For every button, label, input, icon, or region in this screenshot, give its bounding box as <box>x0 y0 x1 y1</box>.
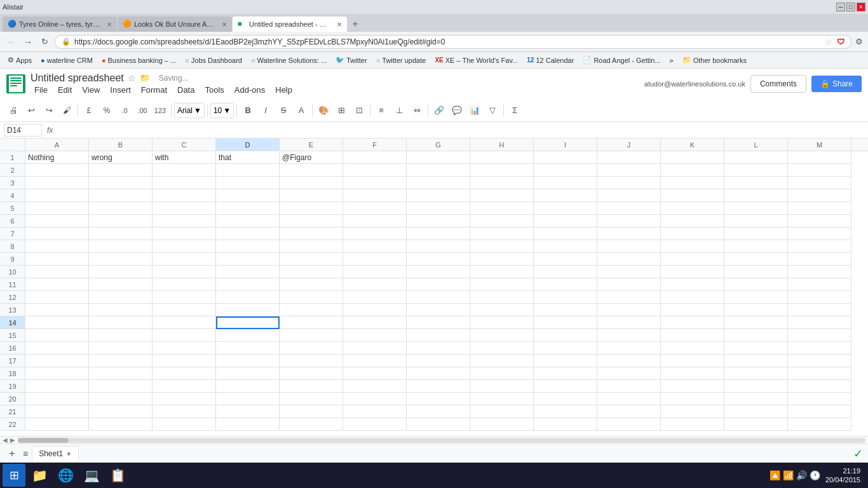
cell-A14[interactable] <box>25 316 89 329</box>
cell-M5[interactable] <box>788 202 851 215</box>
menu-addons[interactable]: Add-ons <box>231 84 269 96</box>
cell-E3[interactable] <box>280 177 343 189</box>
cell-F9[interactable] <box>343 253 407 266</box>
cell-A2[interactable] <box>25 164 89 177</box>
cell-A22[interactable] <box>25 418 89 431</box>
cell-J3[interactable] <box>597 177 661 189</box>
link-button[interactable]: 🔗 <box>431 102 447 119</box>
cell-H11[interactable] <box>470 278 534 291</box>
cell-D6[interactable] <box>216 215 280 227</box>
cell-G4[interactable] <box>407 189 470 202</box>
cell-G2[interactable] <box>407 164 470 177</box>
cell-M2[interactable] <box>788 164 851 177</box>
cell-J5[interactable] <box>597 202 661 215</box>
cell-G7[interactable] <box>407 227 470 240</box>
start-button[interactable]: ⊞ <box>3 464 25 487</box>
row-num-17[interactable]: 17 <box>0 355 25 367</box>
row-num-5[interactable]: 5 <box>0 202 25 215</box>
cell-C22[interactable] <box>153 418 216 431</box>
cell-I8[interactable] <box>534 240 597 253</box>
cell-L7[interactable] <box>724 227 788 240</box>
cell-D7[interactable] <box>216 227 280 240</box>
filter-button[interactable]: ▽ <box>484 102 501 119</box>
cell-G5[interactable] <box>407 202 470 215</box>
cell-H2[interactable] <box>470 164 534 177</box>
cell-I4[interactable] <box>534 189 597 202</box>
notification-icon[interactable]: 🔼 <box>770 470 780 480</box>
col-header-d[interactable]: D <box>216 139 280 151</box>
row-num-10[interactable]: 10 <box>0 266 25 278</box>
cell-E17[interactable] <box>280 355 343 367</box>
cell-M8[interactable] <box>788 240 851 253</box>
col-header-b[interactable]: B <box>89 139 153 151</box>
menu-help[interactable]: Help <box>271 84 296 96</box>
col-header-h[interactable]: H <box>470 139 534 151</box>
cell-L17[interactable] <box>724 355 788 367</box>
cell-F17[interactable] <box>343 355 407 367</box>
cell-H18[interactable] <box>470 367 534 380</box>
cell-F10[interactable] <box>343 266 407 278</box>
cell-M6[interactable] <box>788 215 851 227</box>
cell-A17[interactable] <box>25 355 89 367</box>
col-header-g[interactable]: G <box>407 139 470 151</box>
cell-J17[interactable] <box>597 355 661 367</box>
cell-I2[interactable] <box>534 164 597 177</box>
row-num-22[interactable]: 22 <box>0 418 25 431</box>
cell-H8[interactable] <box>470 240 534 253</box>
row-num-9[interactable]: 9 <box>0 253 25 266</box>
cell-I10[interactable] <box>534 266 597 278</box>
cell-L18[interactable] <box>724 367 788 380</box>
cell-G22[interactable] <box>407 418 470 431</box>
cell-H15[interactable] <box>470 329 534 342</box>
clock-icon[interactable]: 🕐 <box>810 470 820 480</box>
cell-L22[interactable] <box>724 418 788 431</box>
row-num-19[interactable]: 19 <box>0 380 25 393</box>
cell-L20[interactable] <box>724 393 788 405</box>
cell-M15[interactable] <box>788 329 851 342</box>
cell-K17[interactable] <box>661 355 724 367</box>
borders-button[interactable]: ⊞ <box>333 102 349 119</box>
cell-K12[interactable] <box>661 291 724 304</box>
cell-J14[interactable] <box>597 316 661 329</box>
refresh-button[interactable]: ↻ <box>38 36 51 48</box>
cell-L8[interactable] <box>724 240 788 253</box>
cell-J6[interactable] <box>597 215 661 227</box>
menu-insert[interactable]: Insert <box>106 84 135 96</box>
cell-F6[interactable] <box>343 215 407 227</box>
cell-A19[interactable] <box>25 380 89 393</box>
cell-K1[interactable] <box>661 151 724 164</box>
new-tab-button[interactable]: + <box>348 17 363 32</box>
bookmark-apps[interactable]: ⚙ Apps <box>4 55 36 65</box>
scroll-track[interactable] <box>18 438 865 443</box>
chart-button[interactable]: 📊 <box>466 102 483 119</box>
col-header-m[interactable]: M <box>788 139 851 151</box>
cell-D9[interactable] <box>216 253 280 266</box>
taskbar-notes[interactable]: 📋 <box>106 465 130 485</box>
scroll-left-icon[interactable]: ◀ <box>3 437 8 444</box>
cell-M19[interactable] <box>788 380 851 393</box>
font-size-selector[interactable]: 10 ▼ <box>210 103 234 118</box>
cell-E4[interactable] <box>280 189 343 202</box>
cell-F7[interactable] <box>343 227 407 240</box>
tab3-close-icon[interactable]: ✕ <box>337 21 342 28</box>
menu-view[interactable]: View <box>78 84 104 96</box>
cell-C12[interactable] <box>153 291 216 304</box>
cell-B3[interactable] <box>89 177 153 189</box>
cell-J8[interactable] <box>597 240 661 253</box>
cell-D22[interactable] <box>216 418 280 431</box>
cell-F11[interactable] <box>343 278 407 291</box>
cell-A20[interactable] <box>25 393 89 405</box>
cell-L14[interactable] <box>724 316 788 329</box>
cell-B5[interactable] <box>89 202 153 215</box>
cell-I6[interactable] <box>534 215 597 227</box>
cell-A8[interactable] <box>25 240 89 253</box>
cell-J13[interactable] <box>597 304 661 316</box>
comment-button[interactable]: 💬 <box>449 102 465 119</box>
cell-J21[interactable] <box>597 405 661 418</box>
cell-B18[interactable] <box>89 367 153 380</box>
cell-L4[interactable] <box>724 189 788 202</box>
cell-K16[interactable] <box>661 342 724 355</box>
cell-I14[interactable] <box>534 316 597 329</box>
col-header-f[interactable]: F <box>343 139 407 151</box>
percent-button[interactable]: % <box>98 102 115 119</box>
